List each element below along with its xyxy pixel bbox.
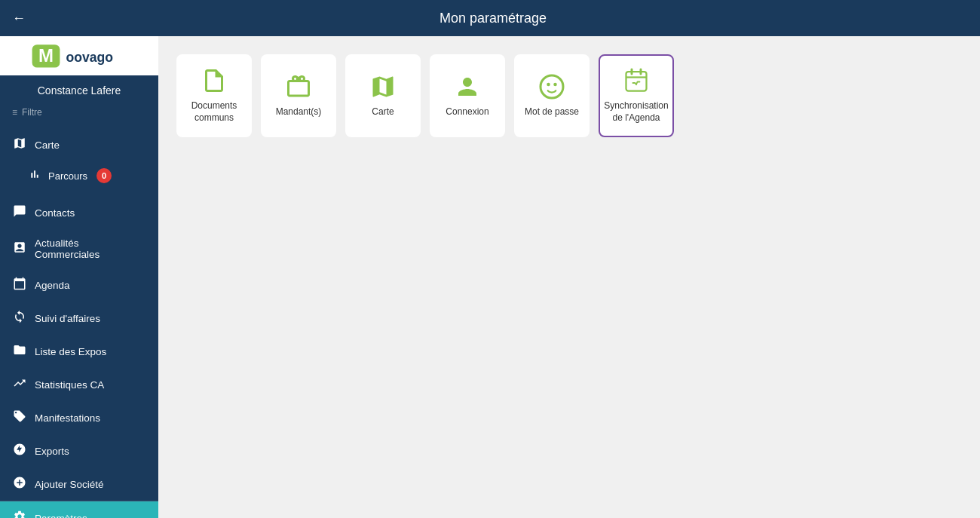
manifestations-label: Manifestations [35,412,100,424]
stats-icon [12,376,27,393]
documents-card-label: Documents communs [184,100,244,124]
svg-rect-6 [626,72,647,91]
exports-label: Exports [35,446,69,457]
card-connexion[interactable]: Connexion [430,54,505,137]
sidebar-item-stats[interactable]: Statistiques CA [0,368,158,401]
face-icon [538,73,565,100]
carte-label: Carte [35,139,60,151]
moovago-logo: M oovago [31,42,127,69]
logo-area: M oovago [0,36,158,75]
contacts-label: Contacts [35,207,75,219]
sidebar-item-agenda[interactable]: Agenda [0,268,158,302]
card-sync[interactable]: Synchronisation de l'Agenda [599,54,674,137]
suivi-icon [12,310,27,326]
sidebar-item-expos[interactable]: Liste des Expos [0,335,158,368]
filter-icon: ≡ [12,107,17,118]
sidebar-bottom: Paramètres Besoin d'aide ? [0,501,158,518]
expos-icon [12,343,27,360]
card-motdepasse[interactable]: Mot de passe [514,54,590,137]
manifestations-icon [12,409,27,426]
person-card-icon [454,73,481,100]
main-layout: M oovago Constance Lafere ≡ Filtre Carte… [0,36,980,518]
sidebar: M oovago Constance Lafere ≡ Filtre Carte… [0,36,158,518]
filter-label: Filtre [22,107,42,118]
sidebar-item-contacts[interactable]: Contacts [0,196,158,229]
svg-point-3 [541,75,563,98]
card-mandants[interactable]: Mandant(s) [261,54,336,137]
exports-icon [12,443,27,459]
sidebar-item-actualites[interactable]: Actualités Commerciales [0,229,158,268]
parcours-label: Parcours [48,170,87,182]
sidebar-item-exports[interactable]: Exports [0,434,158,467]
sidebar-item-parcours[interactable]: Parcours 0 [0,161,158,190]
gear-icon [12,510,27,518]
sidebar-item-manifestations[interactable]: Manifestations [0,401,158,434]
ajouter-label: Ajouter Société [35,479,104,490]
filter-section: ≡ Filtre [0,103,158,122]
user-name: Constance Lafere [0,75,158,103]
svg-point-4 [547,83,550,87]
back-button[interactable]: ← [12,11,26,26]
agenda-label: Agenda [35,280,70,291]
card-carte[interactable]: Carte [345,54,421,137]
sidebar-item-ajouter[interactable]: Ajouter Société [0,467,158,501]
mandants-card-label: Mandant(s) [276,106,322,118]
ajouter-icon [12,476,27,492]
sync-card-label: Synchronisation de l'Agenda [604,100,668,124]
actualites-label: Actualités Commerciales [35,238,146,260]
suivi-label: Suivi d'affaires [35,313,100,324]
top-header: ← Mon paramétrage [0,0,980,36]
carte-card-label: Carte [372,106,394,118]
calendar-sync-icon [623,67,650,94]
actualites-icon [12,241,27,257]
connexion-card-label: Connexion [446,106,488,118]
motdepasse-card-label: Mot de passe [525,106,579,118]
file-icon [201,67,228,94]
svg-point-5 [553,83,557,87]
agenda-icon [12,277,27,293]
map-card-icon [369,73,397,100]
briefcase-icon [285,73,312,100]
parcours-icon [27,168,42,183]
svg-text:oovago: oovago [66,50,113,65]
parcours-badge: 0 [96,168,112,183]
stats-label: Statistiques CA [35,379,104,391]
sidebar-item-suivi[interactable]: Suivi d'affaires [0,302,158,335]
contacts-icon [12,204,27,221]
svg-text:M: M [38,45,54,66]
map-icon [12,136,27,153]
cards-row: Documents communs Mandant(s) Carte [176,54,962,137]
sidebar-item-parametres[interactable]: Paramètres [0,501,158,518]
expos-label: Liste des Expos [35,346,106,357]
card-documents[interactable]: Documents communs [176,54,252,137]
parametres-label: Paramètres [35,513,87,519]
content-area: Documents communs Mandant(s) Carte [158,36,980,518]
sidebar-item-carte[interactable]: Carte [0,128,158,161]
page-title: Mon paramétrage [41,11,945,26]
